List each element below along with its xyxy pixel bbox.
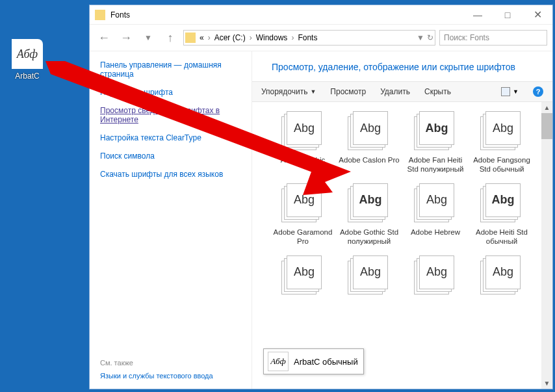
breadcrumb-part[interactable]: Acer (C:) xyxy=(214,33,246,42)
chevron-right-icon: › xyxy=(205,33,213,42)
nav-back-button[interactable]: ← xyxy=(95,29,113,47)
delete-button[interactable]: Удалить xyxy=(380,87,410,96)
breadcrumb-part[interactable]: Windows xyxy=(256,33,288,42)
font-thumb: Abg xyxy=(414,183,457,224)
sidebar-link-font-info-online[interactable]: Просмотр сведений о шрифтах в Интернете xyxy=(100,106,241,124)
toolbar: Упорядочить ▼ Просмотр Удалить Скрыть ▼ … xyxy=(252,81,552,102)
font-page-preview: Abg xyxy=(419,183,454,217)
dropdown-arrow-icon: ▼ xyxy=(310,88,316,95)
font-item[interactable]: Abg xyxy=(338,255,400,300)
window-body: Панель управления — домашняя страница Па… xyxy=(90,51,552,389)
font-thumb: Abg xyxy=(348,255,391,296)
window-icon xyxy=(95,10,105,20)
chevron-right-icon: › xyxy=(247,33,255,42)
see-also-section: См. также Языки и службы текстового ввод… xyxy=(100,359,241,380)
breadcrumb-refresh-icon[interactable]: ↻ xyxy=(427,33,433,42)
font-item[interactable]: AbgAdobe Fan Heiti Std полужирный xyxy=(404,111,467,174)
font-name: Adobe Fangsong Std обычный xyxy=(471,155,533,174)
desktop-icon-arbatc[interactable]: Абф ArbatC xyxy=(9,39,45,81)
search-input[interactable]: Поиск: Fonts xyxy=(439,30,547,46)
breadcrumb-dropdown-icon[interactable]: ▼ xyxy=(417,33,424,42)
desktop-icon-label: ArbatC xyxy=(9,72,45,81)
help-button[interactable]: ? xyxy=(533,86,543,97)
font-thumb: Abg xyxy=(480,111,523,151)
font-item[interactable]: Abg xyxy=(404,255,467,300)
page-heading: Просмотр, удаление, отображение или скры… xyxy=(252,51,552,81)
window-title: Fonts xyxy=(110,10,463,20)
font-name: Adobe Hebrew xyxy=(411,228,460,237)
font-name: Adobe Garamond Pro xyxy=(272,228,334,246)
organize-button[interactable]: Упорядочить ▼ xyxy=(261,87,316,96)
drag-item-label: ArbatC обычный xyxy=(294,357,358,367)
font-name: Adobe Caslon Pro xyxy=(339,155,399,164)
breadcrumb[interactable]: « › Acer (C:) › Windows › Fonts ▼ ↻ xyxy=(183,30,435,46)
search-placeholder: Поиск: Fonts xyxy=(444,33,489,42)
nav-up-button[interactable]: ↑ xyxy=(161,29,179,47)
view-mode-button[interactable]: ▼ xyxy=(501,87,519,96)
font-page-preview: Abg xyxy=(287,183,322,217)
font-page-preview: Abg xyxy=(353,255,388,289)
font-item[interactable]: AbgAdobe Caslon Pro xyxy=(338,111,400,174)
font-name: Adobe Arabic xyxy=(281,155,325,164)
chevron-right-icon: › xyxy=(289,33,296,42)
minimize-button[interactable]: — xyxy=(463,5,493,25)
hide-button[interactable]: Скрыть xyxy=(424,87,451,96)
close-button[interactable]: ✕ xyxy=(523,5,552,25)
window-controls: — □ ✕ xyxy=(463,5,552,25)
font-item[interactable]: AbgAdobe Heiti Std обычный xyxy=(471,183,533,246)
font-thumb: Abg xyxy=(281,183,324,224)
font-page-preview: Abg xyxy=(485,183,521,217)
scroll-down-button[interactable]: ▼ xyxy=(541,378,552,389)
font-item[interactable]: Abg xyxy=(471,255,533,300)
font-thumb: Abg xyxy=(480,183,523,224)
font-name: Adobe Heiti Std обычный xyxy=(471,228,533,246)
breadcrumb-part[interactable]: « xyxy=(200,33,204,42)
titlebar: Fonts — □ ✕ xyxy=(90,5,552,25)
nav-history-dropdown[interactable]: ▼ xyxy=(139,29,157,47)
font-item[interactable]: AbgAdobe Gothic Std полужирный xyxy=(338,183,400,246)
font-thumb: Abg xyxy=(348,111,391,151)
preview-button[interactable]: Просмотр xyxy=(330,87,366,96)
view-mode-icon xyxy=(501,87,510,96)
font-page-preview: Abg xyxy=(353,183,388,217)
font-grid: AbgAdobe ArabicAbgAdobe Caslon ProAbgAdo… xyxy=(252,102,552,309)
font-page-preview: Abg xyxy=(419,111,454,145)
font-item[interactable]: AbgAdobe Hebrew xyxy=(404,183,467,246)
nav-forward-button[interactable]: → xyxy=(117,29,135,47)
maximize-button[interactable]: □ xyxy=(493,5,523,25)
sidebar: Панель управления — домашняя страница Па… xyxy=(90,51,252,389)
font-name: Adobe Fan Heiti Std полужирный xyxy=(404,155,467,174)
sidebar-link-download-fonts[interactable]: Скачать шрифты для всех языков xyxy=(100,170,241,179)
navbar: ← → ▼ ↑ « › Acer (C:) › Windows › Fonts … xyxy=(90,25,552,51)
font-item[interactable]: AbgAdobe Arabic xyxy=(272,111,334,174)
font-thumb: Abg xyxy=(348,183,391,224)
control-panel-home-link[interactable]: Панель управления — домашняя страница xyxy=(100,60,241,79)
scrollbar[interactable]: ▲ ▼ xyxy=(541,102,552,389)
font-page-preview: Abg xyxy=(353,111,388,145)
main-panel: Просмотр, удаление, отображение или скры… xyxy=(252,51,552,389)
font-thumb: Abg xyxy=(281,255,324,296)
font-page-preview: Abg xyxy=(287,255,322,289)
font-page-preview: Abg xyxy=(485,255,521,289)
drag-tooltip: Абф ArbatC обычный xyxy=(263,348,364,374)
scroll-up-button[interactable]: ▲ xyxy=(541,102,552,113)
scroll-track[interactable] xyxy=(541,113,552,378)
see-also-link[interactable]: Языки и службы текстового ввода xyxy=(100,372,241,380)
font-thumb: Abg xyxy=(480,255,523,296)
scroll-thumb[interactable] xyxy=(541,113,552,139)
sidebar-link-cleartype[interactable]: Настройка текста ClearType xyxy=(100,133,241,142)
font-page-preview: Abg xyxy=(485,111,521,145)
see-also-label: См. также xyxy=(100,359,241,367)
font-item[interactable]: AbgAdobe Garamond Pro xyxy=(272,183,334,246)
font-thumb: Abg xyxy=(414,255,457,296)
drag-preview-icon: Абф xyxy=(268,352,289,371)
breadcrumb-part[interactable]: Fonts xyxy=(298,33,317,42)
sidebar-link-font-settings[interactable]: Параметры шрифта xyxy=(100,88,241,97)
font-item[interactable]: AbgAdobe Fangsong Std обычный xyxy=(471,111,533,174)
font-page-preview: Abg xyxy=(419,255,454,289)
sidebar-link-find-char[interactable]: Поиск символа xyxy=(100,151,241,161)
fonts-window: Fonts — □ ✕ ← → ▼ ↑ « › Acer (C:) › Wind… xyxy=(89,5,553,389)
font-item[interactable]: Abg xyxy=(272,255,334,300)
font-file-preview: Абф xyxy=(12,39,43,69)
folder-icon xyxy=(185,33,196,43)
